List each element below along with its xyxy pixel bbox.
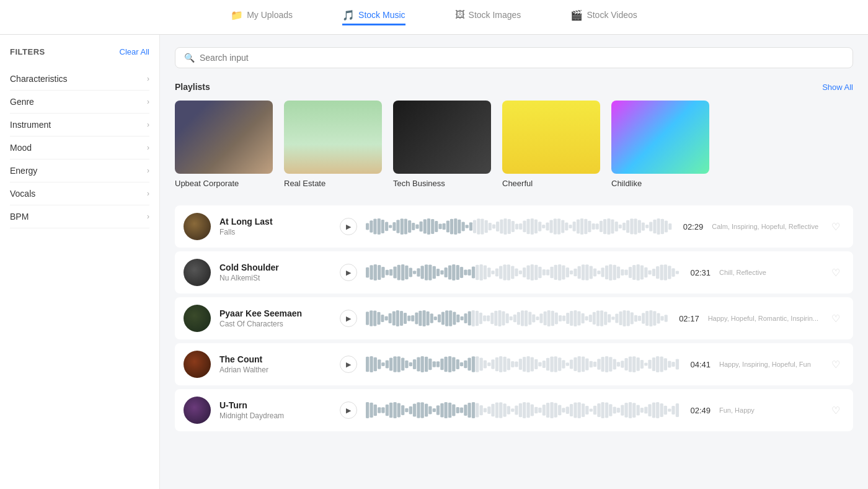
svg-rect-185 xyxy=(461,316,464,320)
nav-stock-images[interactable]: 🖼 Stock Images xyxy=(455,9,521,25)
svg-rect-146 xyxy=(624,270,627,276)
track-artist-at-long-last: Falls xyxy=(219,228,331,236)
heart-button-pyaar-kee-seemaen[interactable]: ♡ xyxy=(827,310,844,327)
svg-rect-119 xyxy=(519,271,522,274)
playlist-card-childlike[interactable]: Childlike xyxy=(611,101,709,188)
svg-rect-42 xyxy=(526,219,529,235)
svg-rect-254 xyxy=(421,356,424,372)
svg-rect-144 xyxy=(617,267,620,279)
play-button-pyaar-kee-seemaen[interactable]: ▶ xyxy=(340,310,357,327)
nav-my-uploads[interactable]: 📁 My Uploads xyxy=(231,9,293,25)
svg-rect-204 xyxy=(532,314,535,322)
svg-rect-199 xyxy=(513,315,516,323)
clear-all-button[interactable]: Clear All xyxy=(120,47,149,56)
svg-rect-132 xyxy=(570,271,573,275)
svg-rect-19 xyxy=(438,224,441,230)
svg-rect-257 xyxy=(433,361,436,367)
svg-rect-255 xyxy=(425,357,428,372)
waveform-u-turn[interactable] xyxy=(366,399,680,421)
play-button-the-count[interactable]: ▶ xyxy=(340,356,357,373)
playlist-thumb-cheerful xyxy=(502,101,600,174)
play-button-cold-shoulder[interactable]: ▶ xyxy=(340,264,357,281)
filter-item-instrument[interactable]: Instrument› xyxy=(10,114,149,137)
waveform-at-long-last[interactable] xyxy=(366,215,672,238)
play-button-at-long-last[interactable]: ▶ xyxy=(340,218,357,235)
svg-rect-227 xyxy=(619,312,622,325)
svg-rect-338 xyxy=(436,405,440,415)
svg-rect-130 xyxy=(562,266,565,280)
playlists-row: Upbeat Corporate Real Estate Tech Busine… xyxy=(175,101,853,188)
svg-rect-334 xyxy=(421,402,424,418)
svg-rect-370 xyxy=(562,408,565,412)
svg-rect-75 xyxy=(653,220,656,234)
svg-rect-157 xyxy=(668,266,671,279)
svg-rect-324 xyxy=(381,407,384,413)
track-row-the-count: The Count Adrian Walther ▶ 04:41 Happy, … xyxy=(175,343,853,385)
play-button-u-turn[interactable]: ▶ xyxy=(340,402,357,419)
nav-stock-videos[interactable]: 🎬 Stock Videos xyxy=(570,9,637,25)
nav-stock-music[interactable]: 🎵 Stock Music xyxy=(342,9,405,25)
svg-rect-205 xyxy=(536,316,539,320)
svg-rect-50 xyxy=(557,218,560,234)
svg-rect-336 xyxy=(428,406,432,415)
svg-rect-390 xyxy=(640,408,644,413)
svg-rect-374 xyxy=(578,402,581,418)
svg-rect-127 xyxy=(550,267,553,278)
svg-rect-190 xyxy=(479,313,482,325)
heart-button-the-count[interactable]: ♡ xyxy=(827,356,844,373)
svg-rect-286 xyxy=(546,358,549,370)
svg-rect-314 xyxy=(656,356,659,372)
svg-rect-61 xyxy=(600,221,603,232)
heart-button-cold-shoulder[interactable]: ♡ xyxy=(827,264,844,281)
svg-rect-276 xyxy=(507,359,510,370)
waveform-the-count[interactable] xyxy=(366,353,680,375)
search-input[interactable] xyxy=(200,53,844,63)
svg-rect-269 xyxy=(480,358,483,371)
svg-rect-261 xyxy=(448,356,451,372)
heart-button-at-long-last[interactable]: ♡ xyxy=(827,218,844,235)
svg-rect-353 xyxy=(495,402,498,418)
playlists-label: Playlists xyxy=(175,82,210,92)
heart-button-u-turn[interactable]: ♡ xyxy=(827,402,844,419)
track-tags-cold-shoulder: Chill, Reflective xyxy=(719,269,818,276)
filter-item-vocals[interactable]: Vocals› xyxy=(10,182,149,205)
track-title-u-turn: U-Turn xyxy=(219,400,331,410)
svg-rect-295 xyxy=(582,357,585,372)
svg-rect-258 xyxy=(436,361,440,367)
playlist-card-real-estate[interactable]: Real Estate xyxy=(284,101,382,188)
playlist-card-upbeat-corporate[interactable]: Upbeat Corporate xyxy=(175,101,273,188)
filter-item-characteristics[interactable]: Characteristics› xyxy=(10,68,149,91)
svg-rect-349 xyxy=(480,405,483,415)
svg-rect-153 xyxy=(652,269,655,276)
svg-rect-226 xyxy=(615,314,618,323)
filter-item-energy[interactable]: Energy› xyxy=(10,159,149,182)
top-nav: 📁 My Uploads 🎵 Stock Music 🖼 Stock Image… xyxy=(0,0,868,35)
svg-rect-247 xyxy=(393,356,396,372)
track-title-pyaar-kee-seemaen: Pyaar Kee Seemaen xyxy=(219,308,331,318)
svg-rect-173 xyxy=(415,313,418,325)
svg-rect-74 xyxy=(649,222,652,231)
track-tags-at-long-last: Calm, Inspiring, Hopeful, Reflective xyxy=(712,223,818,230)
svg-rect-372 xyxy=(570,404,573,416)
svg-rect-114 xyxy=(499,266,502,279)
search-icon: 🔍 xyxy=(184,53,195,63)
svg-rect-175 xyxy=(423,310,426,326)
waveform-pyaar-kee-seemaen[interactable] xyxy=(366,307,668,330)
svg-rect-100 xyxy=(445,267,448,277)
svg-rect-110 xyxy=(484,266,487,280)
svg-rect-389 xyxy=(637,405,640,415)
playlist-card-tech-business[interactable]: Tech Business xyxy=(393,101,491,188)
filter-item-genre[interactable]: Genre› xyxy=(10,91,149,114)
svg-rect-381 xyxy=(605,403,608,418)
waveform-cold-shoulder[interactable] xyxy=(366,261,680,284)
playlist-card-cheerful[interactable]: Cheerful xyxy=(502,101,600,188)
show-all-button[interactable]: Show All xyxy=(822,83,853,92)
svg-rect-384 xyxy=(617,408,620,413)
svg-rect-382 xyxy=(609,404,612,416)
svg-rect-281 xyxy=(526,356,529,372)
filter-item-bpm[interactable]: BPM› xyxy=(10,205,149,228)
playlist-thumb-tech-business xyxy=(393,101,491,174)
nav-stock-videos-label: Stock Videos xyxy=(587,10,637,20)
filter-item-mood[interactable]: Mood› xyxy=(10,137,149,159)
svg-rect-358 xyxy=(515,406,518,415)
